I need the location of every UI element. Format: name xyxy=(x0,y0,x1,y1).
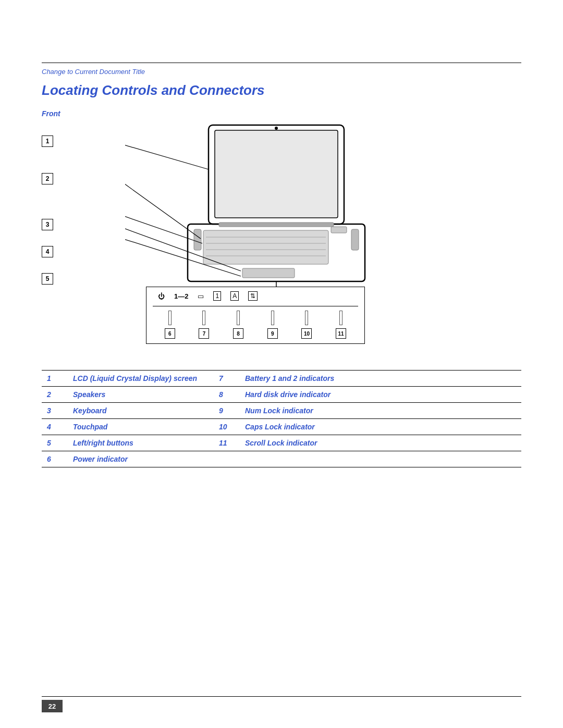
hdd-icon: ▭ xyxy=(198,292,204,300)
num-lock-icon: 1 xyxy=(213,291,221,301)
num-col: 4 xyxy=(42,419,68,435)
table-row: 4 Touchpad 10 Caps Lock indicator xyxy=(42,419,521,435)
label-col: Touchpad xyxy=(68,419,214,435)
num-col: 5 xyxy=(42,435,68,451)
num-col2: 9 xyxy=(214,403,240,419)
label-col2: Battery 1 and 2 indicators xyxy=(240,371,521,387)
num-box-1: 1 xyxy=(42,135,53,147)
page-number: 22 xyxy=(42,700,63,712)
num-box-5: 5 xyxy=(42,273,53,285)
parts-table: 1 LCD (Liquid Crystal Display) screen 7 … xyxy=(42,370,521,467)
svg-rect-13 xyxy=(331,227,347,233)
page-container: Change to Current Document Title Locatin… xyxy=(0,0,563,728)
label-col2: Caps Lock indicator xyxy=(240,419,521,435)
svg-line-16 xyxy=(125,211,202,243)
ind-num-7: 7 xyxy=(199,328,209,339)
ind-num-10: 10 xyxy=(301,328,312,339)
bottom-rule xyxy=(42,696,521,697)
table-row: 2 Speakers 8 Hard disk drive indicator xyxy=(42,387,521,403)
num-col2: 10 xyxy=(214,419,240,435)
ind-num-8: 8 xyxy=(233,328,243,339)
power-icon: ⏻ xyxy=(158,292,165,300)
label-col2: Num Lock indicator xyxy=(240,403,521,419)
num-col: 3 xyxy=(42,403,68,419)
svg-rect-10 xyxy=(219,223,334,227)
laptop-diagram xyxy=(125,120,417,297)
table-row: 5 Left/right buttons 11 Scroll Lock indi… xyxy=(42,435,521,451)
svg-rect-1 xyxy=(215,130,338,218)
num-box-3: 3 xyxy=(42,219,53,230)
table-row: 3 Keyboard 9 Num Lock indicator xyxy=(42,403,521,419)
num-col2 xyxy=(214,451,240,467)
num-box-2: 2 xyxy=(42,173,53,184)
label-col: LCD (Liquid Crystal Display) screen xyxy=(68,371,214,387)
ind-num-11: 11 xyxy=(336,328,346,339)
svg-line-14 xyxy=(125,141,209,169)
ind-num-9: 9 xyxy=(267,328,278,339)
section-label: Front xyxy=(42,109,60,118)
label-col: Power indicator xyxy=(68,451,214,467)
indicator-panel: ⏻ 1—2 ▭ 1 A ⇅ 6 7 xyxy=(146,287,365,344)
left-labels: 1 2 3 4 5 xyxy=(42,135,53,285)
num-box-4: 4 xyxy=(42,246,53,257)
label-col2: Scroll Lock indicator xyxy=(240,435,521,451)
svg-rect-12 xyxy=(351,229,359,250)
svg-rect-9 xyxy=(242,268,295,278)
page-title: Locating Controls and Connectors xyxy=(42,82,265,98)
battery-label: 1—2 xyxy=(174,292,188,300)
label-col2: Hard disk drive indicator xyxy=(240,387,521,403)
svg-rect-11 xyxy=(194,229,201,250)
table-row: 6 Power indicator xyxy=(42,451,521,467)
svg-rect-4 xyxy=(203,230,328,264)
label-col: Left/right buttons xyxy=(68,435,214,451)
label-col2 xyxy=(240,451,521,467)
diagram-area: 1 2 3 4 5 xyxy=(42,120,521,360)
svg-line-15 xyxy=(125,173,201,239)
num-col2: 11 xyxy=(214,435,240,451)
num-col2: 8 xyxy=(214,387,240,403)
num-col: 6 xyxy=(42,451,68,467)
doc-subtitle: Change to Current Document Title xyxy=(42,68,145,76)
label-col: Keyboard xyxy=(68,403,214,419)
num-col: 2 xyxy=(42,387,68,403)
label-col: Speakers xyxy=(68,387,214,403)
scroll-lock-icon: ⇅ xyxy=(248,291,258,301)
caps-lock-icon: A xyxy=(230,291,239,301)
top-rule xyxy=(42,63,521,63)
table-row: 1 LCD (Liquid Crystal Display) screen 7 … xyxy=(42,371,521,387)
num-col: 1 xyxy=(42,371,68,387)
num-col2: 7 xyxy=(214,371,240,387)
ind-num-6: 6 xyxy=(165,328,175,339)
svg-point-2 xyxy=(275,127,278,130)
